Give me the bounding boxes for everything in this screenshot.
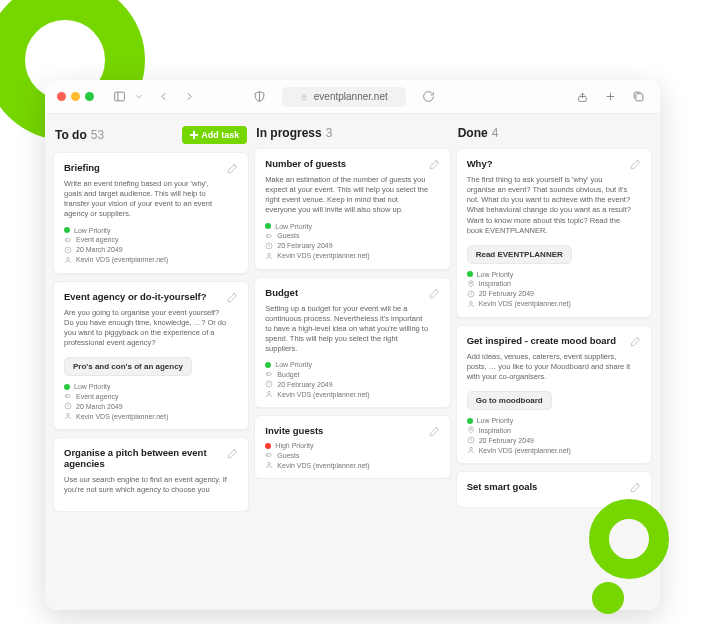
shield-icon[interactable] [249, 87, 269, 107]
chevron-down-icon[interactable] [134, 87, 144, 107]
minimize-button[interactable] [71, 92, 80, 101]
card-action-button[interactable]: Pro's and con's of an agency [64, 357, 192, 376]
card-title: Why? [467, 158, 641, 169]
card-title: Invite guests [265, 425, 439, 436]
kanban-board: To do53Add taskBriefingWrite an event br… [45, 114, 660, 610]
edit-icon[interactable] [428, 286, 442, 300]
user-icon [64, 412, 72, 420]
card-description: Make an estimation of the number of gues… [265, 175, 439, 216]
back-button[interactable] [153, 87, 173, 107]
forward-button[interactable] [179, 87, 199, 107]
cards-list: BriefingWrite an event briefing based on… [53, 152, 249, 512]
column-title: In progress [256, 126, 321, 140]
new-tab-icon[interactable] [600, 87, 620, 107]
edit-icon[interactable] [629, 334, 643, 348]
tag-icon [64, 392, 72, 400]
author-row: Kevin VDS (eventplanner.net) [265, 252, 439, 260]
date-row: 20 February 2049 [467, 290, 641, 298]
sidebar-toggle-icon[interactable] [109, 87, 129, 107]
maximize-button[interactable] [85, 92, 94, 101]
clock-icon [467, 436, 475, 444]
card-title: Get inspired - create mood board [467, 335, 641, 346]
card-action-button[interactable]: Go to moodboard [467, 391, 552, 410]
author-row: Kevin VDS (eventplanner.net) [64, 256, 238, 264]
column-header: Done4 [456, 122, 652, 148]
tag-row: Inspiration [467, 426, 641, 434]
task-card[interactable]: Event agency or do-it-yourself?Are you g… [53, 281, 249, 431]
browser-toolbar: eventplanner.net [45, 80, 660, 114]
task-card[interactable]: Organise a pitch between event agenciesU… [53, 437, 249, 512]
browser-window: eventplanner.net To do53Add taskBriefing… [45, 80, 660, 610]
column-count: 4 [492, 126, 499, 140]
tag-icon [265, 232, 273, 240]
clock-icon [64, 246, 72, 254]
card-action-button[interactable]: Read EVENTPLANNER [467, 245, 572, 264]
user-icon [265, 252, 273, 260]
priority-row: Low Priority [265, 361, 439, 368]
card-meta: High PriorityGuestsKevin VDS (eventplann… [265, 442, 439, 469]
edit-icon[interactable] [629, 157, 643, 171]
refresh-icon[interactable] [419, 87, 439, 107]
task-card[interactable]: Why?The first thing to ask yourself is '… [456, 148, 652, 318]
svg-point-27 [470, 282, 471, 283]
card-meta: Low PriorityInspiration20 February 2049K… [467, 271, 641, 308]
svg-point-30 [470, 428, 471, 429]
svg-point-25 [268, 455, 269, 456]
card-description: Write an event briefing based on your 'w… [64, 179, 238, 220]
tabs-icon[interactable] [628, 87, 648, 107]
svg-rect-7 [635, 94, 642, 101]
card-meta: Low PriorityInspiration20 February 2049K… [467, 417, 641, 454]
tag-icon [64, 236, 72, 244]
task-card[interactable]: BriefingWrite an event briefing based on… [53, 152, 249, 274]
pin-icon [467, 280, 475, 288]
share-icon[interactable] [572, 87, 592, 107]
clock-icon [467, 290, 475, 298]
column-in-progress: In progress3Number of guestsMake an esti… [254, 122, 450, 602]
task-card[interactable]: Invite guestsHigh PriorityGuestsKevin VD… [254, 415, 450, 479]
user-icon [265, 390, 273, 398]
decorative-ring [589, 499, 669, 579]
card-title: Event agency or do-it-yourself? [64, 291, 238, 302]
priority-row: Low Priority [64, 383, 238, 390]
priority-row: Low Priority [265, 223, 439, 230]
svg-point-19 [268, 253, 271, 256]
svg-point-15 [67, 413, 70, 416]
svg-point-29 [469, 301, 472, 304]
edit-icon[interactable] [629, 480, 643, 494]
priority-row: Low Priority [467, 417, 641, 424]
task-card[interactable]: Get inspired - create mood boardAdd idea… [456, 325, 652, 464]
svg-point-26 [268, 462, 271, 465]
svg-point-21 [268, 374, 269, 375]
clock-icon [265, 242, 273, 250]
cards-list: Number of guestsMake an estimation of th… [254, 148, 450, 479]
priority-dot [64, 384, 70, 390]
edit-icon[interactable] [428, 424, 442, 438]
card-meta: Low PriorityGuests20 February 2049Kevin … [265, 223, 439, 260]
column-header: To do53Add task [53, 122, 249, 152]
column-to-do: To do53Add taskBriefingWrite an event br… [53, 122, 249, 602]
priority-row: Low Priority [467, 271, 641, 278]
tag-row: Event agency [64, 392, 238, 400]
edit-icon[interactable] [226, 161, 240, 175]
column-count: 3 [326, 126, 333, 140]
task-card[interactable]: BudgetSetting up a budget for your event… [254, 277, 450, 409]
priority-dot [265, 443, 271, 449]
edit-icon[interactable] [428, 157, 442, 171]
add-task-button[interactable]: Add task [182, 126, 247, 144]
close-button[interactable] [57, 92, 66, 101]
author-row: Kevin VDS (eventplanner.net) [265, 461, 439, 469]
user-icon [467, 446, 475, 454]
card-description: Are you going to organise your event you… [64, 308, 238, 349]
svg-rect-20 [267, 373, 272, 376]
column-count: 53 [91, 128, 104, 142]
edit-icon[interactable] [226, 446, 240, 460]
lock-icon [300, 92, 308, 102]
user-icon [467, 300, 475, 308]
priority-dot [467, 418, 473, 424]
svg-rect-8 [65, 238, 70, 241]
edit-icon[interactable] [226, 290, 240, 304]
address-bar[interactable]: eventplanner.net [282, 87, 406, 107]
task-card[interactable]: Number of guestsMake an estimation of th… [254, 148, 450, 270]
column-title: Done [458, 126, 488, 140]
tag-row: Budget [265, 370, 439, 378]
